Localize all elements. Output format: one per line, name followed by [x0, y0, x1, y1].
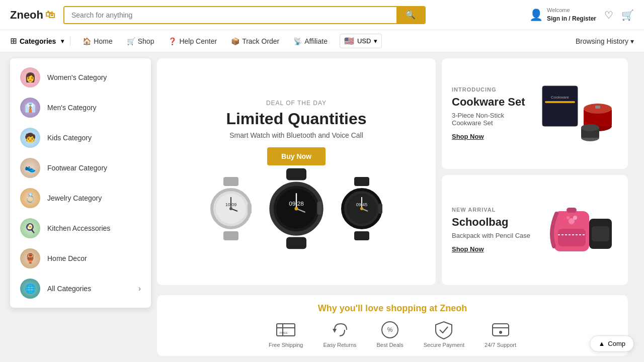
- svg-rect-27: [542, 86, 578, 126]
- welcome-label: Welcome: [547, 7, 596, 14]
- why-icon-support: 24/7 Support: [485, 320, 516, 348]
- sidebar-item-homedecor[interactable]: 🏺 Home Decor: [10, 243, 151, 274]
- jewelry-category-thumb: 💍: [20, 188, 40, 208]
- watch-image-3: 09:45: [329, 173, 394, 244]
- deal-tag: DEAL OF THE DAY: [266, 100, 327, 107]
- why-icons-row: FREE Free Shipping Easy Returns %: [269, 320, 516, 348]
- categories-label: Categories: [20, 37, 56, 45]
- nav-help[interactable]: ❓ Help Center: [162, 37, 223, 45]
- cookware-tag: INTRODUCING: [452, 86, 531, 93]
- why-section: Why you'll love shopping at Zneoh FREE F…: [157, 295, 628, 356]
- svg-text:Cookware: Cookware: [551, 95, 570, 100]
- user-icon: 👤: [529, 9, 543, 22]
- svg-text:FREE: FREE: [280, 331, 288, 334]
- schoolbag-desc: Backpack with Pencil Case: [452, 232, 531, 239]
- svg-rect-1: [223, 231, 238, 240]
- home-icon: 🏠: [83, 37, 91, 45]
- sidebar-item-women[interactable]: 👩 Women's Category: [10, 62, 151, 93]
- user-section[interactable]: 👤 Welcome Sign in / Register: [529, 7, 596, 23]
- cookware-shop-link[interactable]: Shop Now: [452, 133, 484, 140]
- kids-category-label: Kids Category: [47, 134, 92, 142]
- svg-rect-18: [354, 177, 369, 186]
- sidebar-item-all[interactable]: 🌐 All Categories ›: [10, 274, 151, 304]
- wishlist-button[interactable]: ♡: [604, 9, 613, 21]
- cookware-banner: INTRODUCING Cookware Set 3-Piece Non-Sti…: [442, 58, 628, 169]
- logo-text: Zneoh: [10, 9, 43, 22]
- sidebar-item-footwear[interactable]: 👟 Footwear Category: [10, 153, 151, 183]
- user-text: Welcome Sign in / Register: [547, 7, 596, 23]
- sidebar-item-men[interactable]: 👔 Men's Category: [10, 93, 151, 123]
- svg-rect-36: [595, 106, 600, 109]
- homedecor-category-thumb: 🏺: [20, 248, 40, 268]
- svg-rect-53: [493, 324, 509, 336]
- cookware-title: Cookware Set: [452, 96, 531, 109]
- categories-dropdown: 👩 Women's Category 👔 Men's Category 🧒 Ki…: [10, 58, 151, 308]
- signin-link[interactable]: Sign in / Register: [547, 15, 596, 23]
- categories-menu[interactable]: ⊞ Categories ▾: [10, 36, 70, 46]
- search-button[interactable]: 🔍: [396, 7, 425, 23]
- deals-icon: %: [380, 320, 400, 340]
- all-category-thumb: 🌐: [20, 279, 40, 299]
- shop-icon: 🛒: [127, 37, 135, 45]
- svg-point-44: [573, 216, 577, 220]
- schoolbag-shop-link[interactable]: Shop Now: [452, 245, 484, 253]
- nav-track[interactable]: 📦 Track Order: [225, 37, 285, 45]
- nav-home-label: Home: [94, 37, 112, 45]
- search-bar: 🔍: [63, 6, 426, 24]
- why-brand: Zneoh: [440, 303, 467, 313]
- watch-svg-3: 09:45: [334, 176, 389, 241]
- svg-rect-38: [567, 208, 577, 213]
- nav-links: 🏠 Home 🛒 Shop ❓ Help Center 📦 Track Orde…: [76, 37, 334, 45]
- header-right: 👤 Welcome Sign in / Register ♡ 🛒: [529, 7, 634, 23]
- footwear-category-thumb: 👟: [20, 158, 40, 178]
- cookware-svg: Cookware: [540, 83, 615, 144]
- cookware-image-area: Cookware: [537, 81, 618, 146]
- kids-category-thumb: 🧒: [20, 128, 40, 148]
- cookware-desc: 3-Piece Non-Stick Cookware Set: [452, 112, 531, 127]
- schoolbag-svg: [539, 199, 617, 261]
- comp-button[interactable]: ▲ Comp: [590, 335, 634, 352]
- currency-selector[interactable]: 🇺🇸 USD ▾: [340, 34, 382, 48]
- cart-button[interactable]: 🛒: [621, 9, 634, 21]
- logo[interactable]: Zneoh 🛍: [10, 9, 55, 22]
- watch-svg-1: 10:09: [203, 176, 259, 241]
- men-category-label: Men's Category: [47, 104, 97, 112]
- nav-affiliate[interactable]: 📡 Affiliate: [287, 37, 334, 45]
- browsing-history[interactable]: Browsing History ▾: [576, 37, 634, 45]
- schoolbag-tag: NEW ARRIVAL: [452, 207, 531, 213]
- sidebar-item-kitchen[interactable]: 🍳 Kitchen Accessories: [10, 213, 151, 243]
- currency-label: USD: [357, 37, 371, 45]
- svg-rect-0: [223, 177, 238, 186]
- kitchen-category-label: Kitchen Accessories: [47, 224, 110, 232]
- why-icon-free: FREE Free Shipping: [269, 320, 303, 348]
- free-shipping-icon: FREE: [276, 320, 296, 340]
- sidebar-item-kids[interactable]: 🧒 Kids Category: [10, 123, 151, 153]
- secure-icon: [434, 320, 454, 340]
- schoolbag-title: Schoolbag: [452, 216, 531, 229]
- schoolbag-banner: NEW ARRIVAL Schoolbag Backpack with Penc…: [442, 175, 628, 286]
- sidebar-item-jewelry[interactable]: 💍 Jewelry Category: [10, 183, 151, 213]
- affiliate-icon: 📡: [293, 37, 302, 45]
- browsing-history-chevron-icon: ▾: [630, 37, 634, 45]
- women-category-thumb: 👩: [20, 67, 40, 87]
- svg-rect-17: [317, 202, 321, 215]
- footwear-category-label: Footwear Category: [47, 164, 107, 172]
- browsing-history-label: Browsing History: [576, 37, 628, 45]
- search-input[interactable]: [64, 7, 396, 23]
- svg-rect-26: [378, 204, 382, 214]
- schoolbag-image-area: [537, 197, 618, 262]
- nav-shop[interactable]: 🛒 Shop: [121, 37, 160, 45]
- svg-text:%: %: [387, 326, 393, 333]
- grid-icon: ⊞: [10, 36, 17, 46]
- support-icon: [491, 320, 511, 340]
- nav-home[interactable]: 🏠 Home: [76, 37, 118, 45]
- currency-chevron-icon: ▾: [374, 37, 377, 45]
- flag-icon: 🇺🇸: [344, 36, 354, 46]
- all-category-label: All Categories: [47, 285, 91, 293]
- buy-now-button[interactable]: Buy Now: [267, 147, 326, 165]
- why-icon-deals: % Best Deals: [377, 320, 404, 348]
- svg-point-45: [567, 216, 570, 219]
- why-icon-returns: Easy Returns: [323, 320, 356, 348]
- deal-subtitle: Smart Watch with Bluetooth and Voice Cal…: [229, 131, 363, 139]
- content-area: DEAL OF THE DAY Limited Quantities Smart…: [151, 58, 634, 356]
